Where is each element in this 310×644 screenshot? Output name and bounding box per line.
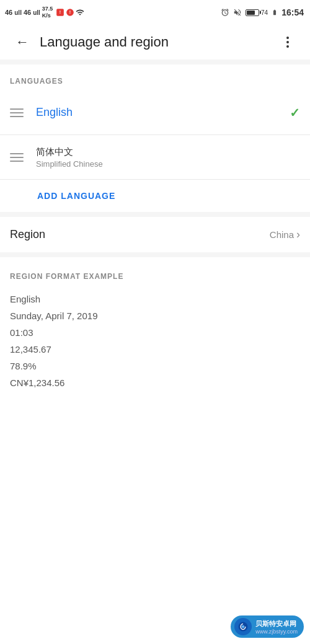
region-row[interactable]: Region China › <box>0 217 310 252</box>
region-format-section: REGION FORMAT EXAMPLE English Sunday, Ap… <box>0 257 310 404</box>
language-item-english[interactable]: English ✓ <box>0 90 310 135</box>
top-divider <box>0 60 310 64</box>
status-left: 46 ull 46 ull 37.5K/s ! ! <box>5 6 84 19</box>
alert-icon: ! <box>66 8 74 17</box>
drag-handle-english[interactable] <box>10 108 24 117</box>
languages-section: LANGUAGES English ✓ 简体中文 Simplified Chin… <box>0 64 310 212</box>
region-divider <box>0 212 310 217</box>
add-language-label: ADD LANGUAGE <box>37 191 115 201</box>
wifi-icon <box>76 8 84 17</box>
language-info-chinese: 简体中文 Simplified Chinese <box>36 146 300 169</box>
signal-divider: ull <box>14 9 22 16</box>
status-bar: 46 ull 46 ull 37.5K/s ! ! 74 16:54 <box>0 0 310 25</box>
format-line-1: Sunday, April 7, 2019 <box>10 307 300 324</box>
language-item-chinese[interactable]: 简体中文 Simplified Chinese <box>0 135 310 180</box>
svg-text:!: ! <box>69 10 71 14</box>
battery-percent: 74 <box>261 9 268 16</box>
language-subname-chinese: Simplified Chinese <box>36 159 300 169</box>
format-line-5: CN¥1,234.56 <box>10 374 300 391</box>
format-line-2: 01:03 <box>10 324 300 341</box>
battery-indicator: 74 <box>246 9 268 16</box>
add-language-button[interactable]: ADD LANGUAGE <box>0 180 310 212</box>
drag-handle-chinese[interactable] <box>10 153 24 162</box>
format-content: English Sunday, April 7, 2019 01:03 12,3… <box>0 288 310 404</box>
region-label: Region <box>10 228 270 241</box>
alarm-icon: ! <box>56 8 64 17</box>
language-info-english: English <box>36 106 290 119</box>
drag-line <box>10 153 24 154</box>
signal-text2: 46 <box>24 9 31 16</box>
svg-text:!: ! <box>60 10 61 14</box>
signal-text: 46 <box>5 9 12 16</box>
selected-checkmark: ✓ <box>290 105 300 120</box>
more-options-button[interactable] <box>275 30 300 55</box>
format-line-3: 12,345.67 <box>10 341 300 358</box>
language-name-english: English <box>36 106 290 119</box>
drag-line <box>10 108 24 110</box>
status-icons: ! ! <box>56 8 84 17</box>
region-value: China <box>270 229 294 240</box>
silent-icon <box>233 8 242 17</box>
drag-line <box>10 116 24 117</box>
watermark-text: 贝斯特安卓网 www.zjbstyy.com <box>255 619 298 635</box>
format-divider <box>0 252 310 257</box>
format-line-0: English <box>10 291 300 307</box>
drag-line <box>10 157 24 158</box>
signal-divider2: ull <box>33 9 40 16</box>
status-right: 74 16:54 <box>221 7 304 17</box>
data-speed: 37.5K/s <box>42 6 53 19</box>
svg-point-5 <box>242 625 245 629</box>
watermark: 贝斯特安卓网 www.zjbstyy.com <box>231 615 304 638</box>
back-button[interactable]: ← <box>10 30 35 55</box>
page-title: Language and region <box>40 34 275 50</box>
languages-section-header: LANGUAGES <box>0 64 310 90</box>
charging-icon <box>272 8 278 17</box>
drag-line <box>10 161 24 162</box>
status-time: 16:54 <box>281 7 304 17</box>
watermark-url: www.zjbstyy.com <box>255 629 298 635</box>
more-dots-icon <box>286 37 289 48</box>
watermark-icon <box>234 618 252 635</box>
drag-line <box>10 112 24 113</box>
alarm-clock-icon <box>221 8 229 17</box>
format-section-header: REGION FORMAT EXAMPLE <box>0 267 310 288</box>
app-bar: ← Language and region <box>0 25 310 60</box>
watermark-site-name: 贝斯特安卓网 <box>255 619 298 629</box>
language-name-chinese: 简体中文 <box>36 146 300 158</box>
format-line-4: 78.9% <box>10 358 300 374</box>
chevron-right-icon: › <box>296 228 300 241</box>
